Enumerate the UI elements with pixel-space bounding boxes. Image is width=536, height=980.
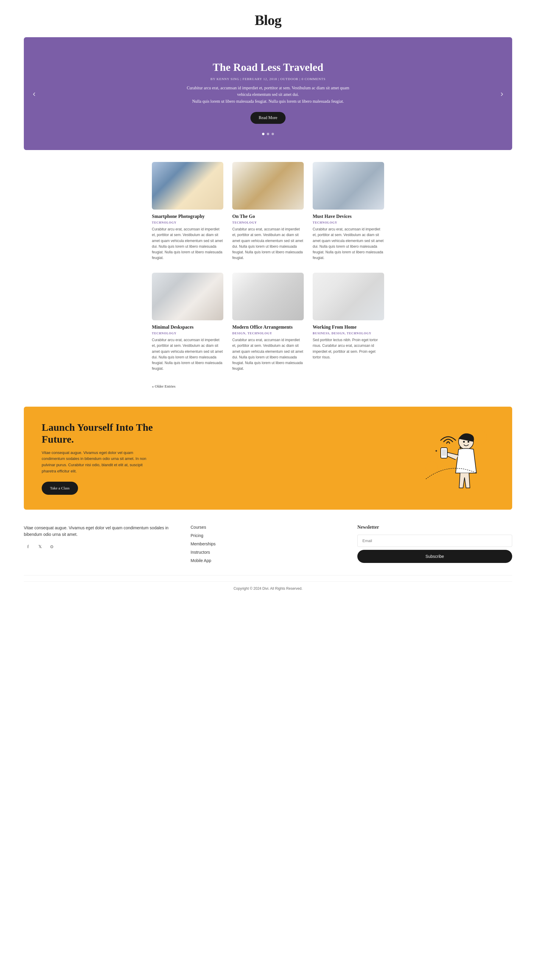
footer-link-pricing: Pricing: [191, 533, 345, 538]
blog-card-3-description: Curabitur arcu erat, accumsan id imperdi…: [313, 226, 384, 261]
page-header: Blog: [0, 0, 536, 37]
footer-about: Vitae consequat augue. Vivamus eget dolo…: [24, 525, 179, 566]
svg-point-6: [468, 441, 469, 443]
footer-link-instructors: Instructors: [191, 550, 345, 555]
blog-card-5: Modern Office Arrangements DESIGN, TECHN…: [232, 273, 304, 372]
cta-content: Launch Yourself Into The Future. Vitae c…: [42, 422, 155, 495]
footer-newsletter: Newsletter Subscribe: [357, 525, 512, 566]
slider-dot-3[interactable]: [272, 133, 274, 135]
blog-card-1: Smartphone Photography TECHNOLOGY Curabi…: [152, 162, 223, 261]
hero-read-more-button[interactable]: Read More: [250, 112, 286, 124]
hero-meta: BY KENNY SING | FEBRUARY 12, 2018 | OUTD…: [210, 77, 326, 81]
svg-rect-8: [442, 449, 446, 456]
instagram-icon[interactable]: ⊙: [48, 543, 56, 551]
footer-links: Courses Pricing Memberships Instructors …: [191, 525, 345, 566]
footer-about-text: Vitae consequat augue. Vivamus eget dolo…: [24, 525, 179, 538]
blog-card-1-image: [152, 162, 223, 210]
blog-card-2-description: Curabitur arcu erat, accumsan id imperdi…: [232, 226, 304, 261]
cta-description: Vitae consequat augue. Vivamus eget dolo…: [42, 450, 155, 474]
footer-links-list: Courses Pricing Memberships Instructors …: [191, 525, 345, 563]
blog-grid: Smartphone Photography TECHNOLOGY Curabi…: [146, 162, 390, 372]
svg-point-1: [426, 461, 438, 473]
blog-row-2: Minimal Deskspaces TECHNOLOGY Curabitur …: [152, 273, 384, 372]
cta-title: Launch Yourself Into The Future.: [42, 422, 155, 445]
svg-text:✦: ✦: [435, 449, 438, 453]
footer-link-courses: Courses: [191, 525, 345, 530]
slider-dot-1[interactable]: [262, 133, 264, 135]
footer-social: f 𝕏 ⊙: [24, 543, 179, 551]
blog-card-3-image: [313, 162, 384, 210]
newsletter-title: Newsletter: [357, 525, 512, 530]
blog-card-4-title: Minimal Deskspaces: [152, 325, 223, 330]
blog-card-5-category: DESIGN, TECHNOLOGY: [232, 332, 304, 335]
blog-card-5-description: Curabitur arcu erat, accumsan id imperdi…: [232, 337, 304, 372]
blog-card-4-category: TECHNOLOGY: [152, 332, 223, 335]
older-entries: « Older Entries: [146, 383, 390, 389]
blog-card-6-image: [313, 273, 384, 320]
footer-grid: Vitae consequat augue. Vivamus eget dolo…: [24, 525, 512, 576]
footer: Vitae consequat augue. Vivamus eget dolo…: [0, 510, 536, 601]
footer-link-memberships: Memberships: [191, 541, 345, 547]
slider-dots: [262, 133, 274, 135]
svg-point-0: [472, 430, 487, 445]
cta-button[interactable]: Take a Class: [42, 482, 78, 495]
blog-card-1-title: Smartphone Photography: [152, 214, 223, 219]
facebook-icon[interactable]: f: [24, 543, 32, 551]
blog-card-2: On The Go TECHNOLOGY Curabitur arcu erat…: [232, 162, 304, 261]
blog-card-5-title: Modern Office Arrangements: [232, 325, 304, 330]
blog-card-4-image: [152, 273, 223, 320]
blog-card-6-description: Sed porttitor lectus nibh. Proin eget to…: [313, 337, 384, 360]
blog-card-2-image: [232, 162, 304, 210]
svg-point-5: [463, 441, 465, 443]
blog-card-5-image: [232, 273, 304, 320]
cta-illustration: ✦ ✦: [411, 425, 494, 491]
cta-banner: Launch Yourself Into The Future. Vitae c…: [24, 407, 512, 509]
blog-card-1-description: Curabitur arcu erat, accumsan id imperdi…: [152, 226, 223, 261]
blog-card-2-title: On The Go: [232, 214, 304, 219]
hero-description: Curabitur arcu erat, accumsan id imperdi…: [184, 85, 352, 105]
blog-card-6-title: Working From Home: [313, 325, 384, 330]
newsletter-email-input[interactable]: [357, 535, 512, 547]
blog-card-4: Minimal Deskspaces TECHNOLOGY Curabitur …: [152, 273, 223, 372]
blog-card-6: Working From Home BUSINESS, DESIGN, TECH…: [313, 273, 384, 372]
twitter-icon[interactable]: 𝕏: [36, 543, 44, 551]
page-title: Blog: [6, 12, 530, 28]
blog-card-6-category: BUSINESS, DESIGN, TECHNOLOGY: [313, 332, 384, 335]
blog-card-3-category: TECHNOLOGY: [313, 221, 384, 224]
hero-slider: ‹ The Road Less Traveled BY KENNY SING |…: [24, 37, 512, 150]
footer-copyright: Copyright © 2024 Divi. All Rights Reserv…: [24, 581, 512, 595]
blog-row-1: Smartphone Photography TECHNOLOGY Curabi…: [152, 162, 384, 261]
blog-card-2-category: TECHNOLOGY: [232, 221, 304, 224]
newsletter-subscribe-button[interactable]: Subscribe: [357, 550, 512, 563]
slider-next-button[interactable]: ›: [498, 86, 506, 102]
slider-dot-2[interactable]: [267, 133, 269, 135]
slider-prev-button[interactable]: ‹: [30, 86, 38, 102]
footer-link-mobile: Mobile App: [191, 558, 345, 563]
blog-card-3-title: Must Have Devices: [313, 214, 384, 219]
hero-title: The Road Less Traveled: [213, 61, 323, 73]
blog-card-3: Must Have Devices TECHNOLOGY Curabitur a…: [313, 162, 384, 261]
older-entries-link[interactable]: « Older Entries: [152, 384, 175, 388]
blog-card-4-description: Curabitur arcu erat, accumsan id imperdi…: [152, 337, 223, 372]
blog-card-1-category: TECHNOLOGY: [152, 221, 223, 224]
